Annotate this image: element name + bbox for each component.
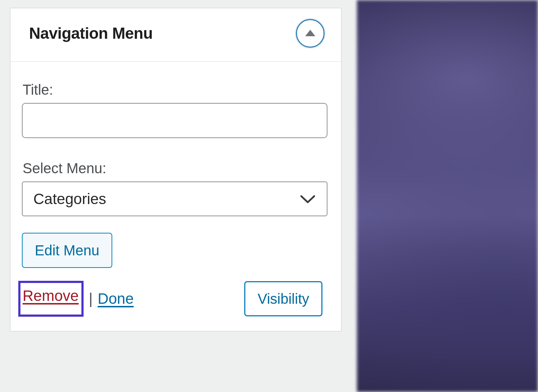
widget-footer: Remove | Done Visibility: [22, 281, 330, 319]
widget-action-links: Remove | Done: [22, 281, 134, 317]
svg-marker-0: [305, 30, 315, 36]
remove-highlight-box: Remove: [18, 281, 84, 317]
widget-body: Title: Select Menu: Categories Edit Menu…: [10, 62, 341, 331]
link-separator: |: [89, 290, 93, 307]
page-background-image: [357, 0, 538, 392]
remove-link[interactable]: Remove: [23, 287, 79, 304]
visibility-button[interactable]: Visibility: [244, 281, 322, 316]
collapse-toggle-button[interactable]: [296, 19, 325, 48]
title-label: Title:: [23, 82, 330, 98]
select-menu-dropdown[interactable]: Categories: [22, 181, 327, 216]
triangle-up-icon: [305, 29, 316, 38]
title-field-group: Title:: [22, 82, 330, 138]
widget-header: Navigation Menu: [10, 8, 341, 62]
select-menu-label: Select Menu:: [23, 160, 330, 176]
widget-title: Navigation Menu: [29, 24, 153, 42]
title-input[interactable]: [22, 103, 327, 138]
select-menu-wrap: Categories: [22, 181, 327, 216]
edit-menu-button[interactable]: Edit Menu: [22, 233, 112, 268]
done-link[interactable]: Done: [98, 290, 133, 307]
navigation-menu-widget: Navigation Menu Title: Select Menu: Cate…: [10, 8, 341, 331]
select-menu-field-group: Select Menu: Categories: [22, 160, 330, 216]
